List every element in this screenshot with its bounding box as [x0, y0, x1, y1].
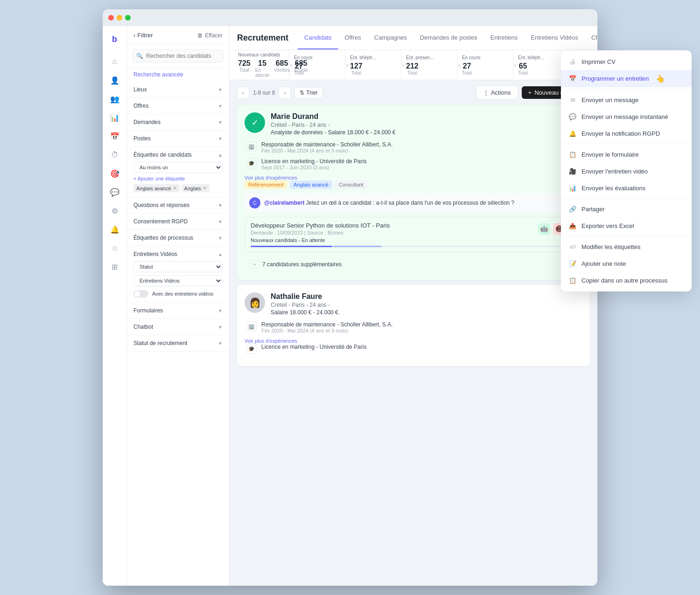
stat-arrow-icon: ›	[514, 62, 516, 69]
tab-demandes-de-postes[interactable]: Demandes de postes	[413, 27, 484, 49]
chatbot-icon[interactable]: 🤖	[538, 223, 550, 235]
chart-icon[interactable]: 📊	[106, 109, 123, 126]
topnav: Recrutement Candidats Offres Campagnes D…	[230, 26, 597, 50]
remove-tag-icon[interactable]: ✕	[173, 185, 177, 191]
dropdown-item-envoyer-message[interactable]: ✉ Envoyer un message	[561, 91, 597, 108]
dropdown-item-envoyer-evaluations[interactable]: 📊 Envoyer les évaluations	[561, 180, 597, 196]
app-progress	[251, 246, 576, 247]
filter-section-chatbot: Chatbot ▼	[127, 319, 229, 335]
filter-section-demandes-header[interactable]: Demandes ▼	[133, 119, 223, 125]
target-icon[interactable]: 🎯	[106, 165, 123, 182]
filter-section-questions-header[interactable]: Questions et réponses ▼	[133, 202, 223, 208]
tag-anglais-avance: Anglais avancé	[290, 180, 332, 189]
dropdown-item-exporter-excel[interactable]: 📤 Exporter vers Excel	[561, 217, 597, 234]
dropdown-divider	[561, 89, 597, 90]
app-window: b ⌂ 👤 👥 📊 📅 ⏱ 🎯 💬 ⚙ 🔔 ☆ ⊞ ‹ Filtrer 🗑	[103, 9, 597, 586]
see-more-experiences[interactable]: Voir plus d'expériences	[245, 175, 582, 180]
clear-filter-button[interactable]: 🗑 Effacer	[197, 32, 223, 39]
remove-tag-icon[interactable]: ✕	[203, 185, 207, 191]
filter-section-lieux-header[interactable]: Lieux ▼	[133, 86, 223, 93]
dropdown-item-envoyer-formulaire[interactable]: 📋 Envoyer le formulaire	[561, 146, 597, 163]
advanced-search-link[interactable]: Recherche avancée	[127, 68, 229, 82]
dropdown-item-ajouter-note[interactable]: 📝 Ajouter une note	[561, 255, 597, 272]
entretiens-videos-select[interactable]: Entretiens Vidéos	[133, 275, 223, 286]
minimize-dot[interactable]	[117, 15, 122, 21]
filter-section-chatbot-header[interactable]: Chatbot ▼	[133, 324, 223, 330]
candidate-meta: Créteil - Paris - 24 ans -	[271, 302, 582, 308]
bell-icon[interactable]: 🔔	[106, 221, 123, 238]
dropdown-item-imprimer-cv[interactable]: 🖨 Imprimer CV	[561, 53, 597, 70]
app-header: Développeur Senior Python de solutions I…	[251, 222, 576, 235]
dropdown-item-partager[interactable]: 🔗 Partager	[561, 201, 597, 217]
app-title: Développeur Senior Python de solutions I…	[251, 222, 390, 229]
filter-section-formulaires-header[interactable]: Formulaires ▼	[133, 307, 223, 314]
tag-anglais: Anglais ✕	[182, 184, 210, 192]
tab-chatbots[interactable]: Chatbots	[585, 27, 597, 49]
calendar-icon[interactable]: 📅	[106, 128, 123, 145]
candidate-info: Nathalie Faure Créteil - Paris - 24 ans …	[271, 292, 582, 316]
stat-en-cours-2[interactable]: En cours 27 Total ›	[457, 51, 513, 79]
see-more-experiences[interactable]: Voir plus d'expériences	[245, 338, 582, 344]
etiquettes-select[interactable]: Au moins un	[133, 162, 223, 173]
filter-section-postes-header[interactable]: Postes ▼	[133, 135, 223, 142]
sort-button[interactable]: ⇅ Trier	[294, 87, 322, 98]
filter-section-rgpd-header[interactable]: Consentement RGPD ▼	[133, 218, 223, 225]
tab-entretiens-videos[interactable]: Entretiens Vidéos	[524, 27, 585, 49]
filter-section-etiquettes-processus-header[interactable]: Étiquettes de processus ▼	[133, 235, 223, 241]
stat-en-cours-1[interactable]: En cours 27 Total ›	[289, 51, 345, 79]
video-toggle[interactable]	[133, 290, 148, 298]
tab-campagnes[interactable]: Campagnes	[368, 27, 413, 49]
stat-arrow-icon: ›	[402, 62, 404, 69]
filter-section-entretiens-videos-header[interactable]: Entretiens Vidéos ▲	[133, 251, 223, 257]
prev-page-button[interactable]: ‹	[237, 87, 249, 99]
chevron-down-icon: ▼	[218, 104, 223, 109]
add-tag-button[interactable]: + Ajouter une étiquette	[133, 176, 223, 181]
dropdown-item-envoyer-rgpd[interactable]: 🔔 Envoyer la notification RGPD	[561, 125, 597, 142]
user-icon[interactable]: 👤	[106, 72, 123, 89]
statut-select[interactable]: Statut	[133, 261, 223, 272]
search-input[interactable]	[133, 49, 224, 62]
tab-entretiens[interactable]: Entretiens	[484, 27, 525, 49]
users-icon[interactable]: 👥	[106, 90, 123, 107]
chat-icon[interactable]: 💬	[106, 184, 123, 201]
experience-item-work: 🏢 Responsable de maintenance - Scholler …	[245, 141, 582, 153]
video-toggle-row: Avec des entretiens vidéos	[133, 290, 223, 298]
home-icon[interactable]: ⌂	[106, 53, 123, 70]
tab-offres[interactable]: Offres	[338, 27, 368, 49]
filter-section-statut-header[interactable]: Statut de recrutement ▼	[133, 340, 223, 346]
candidate-meta: Créteil - Paris - 24 ans -	[271, 122, 582, 128]
grid-icon[interactable]: ⊞	[106, 258, 123, 275]
maximize-dot[interactable]	[125, 15, 131, 21]
candidate-position: Salaire 18.000 € - 24.000 €.	[271, 309, 582, 316]
education-icon: 🎓	[246, 344, 257, 354]
application-card: Développeur Senior Python de solutions I…	[245, 217, 582, 252]
dropdown-item-modifier-etiquettes[interactable]: 🏷 Modifier les étiquettes	[561, 238, 597, 255]
clock-icon[interactable]: ⏱	[106, 146, 123, 163]
exp-title: Licence en marketing - Université de Par…	[261, 158, 582, 165]
dropdown-item-envoyer-message-instantane[interactable]: 💬 Envoyer un message instantané	[561, 108, 597, 125]
app-layout: b ⌂ 👤 👥 📊 📅 ⏱ 🎯 💬 ⚙ 🔔 ☆ ⊞ ‹ Filtrer 🗑	[103, 26, 597, 586]
stat-ent-pres-1[interactable]: Ent. présen... 212 Total ›	[401, 51, 457, 79]
stat-nouveaux-candidats[interactable]: Nouveaux candidats 725 Total 15 En atten…	[233, 50, 289, 80]
filter-section-etiquettes-header[interactable]: Étiquettes de candidats ▲	[133, 152, 223, 158]
dropdown-item-programmer-entretien[interactable]: 📅 Programmer un entretien 👆	[561, 70, 597, 87]
more-applications[interactable]: + 7 candidatures supplémentaires	[245, 256, 582, 273]
calendar-icon: 📅	[568, 75, 577, 83]
actions-button[interactable]: ⋮ Actions	[476, 86, 518, 99]
dropdown-item-envoyer-entretien-video[interactable]: 🎥 Envoyer l'entretien vidéo	[561, 163, 597, 180]
logo-icon[interactable]: b	[106, 31, 123, 48]
filter-title[interactable]: ‹ Filtrer	[133, 32, 153, 39]
settings-icon[interactable]: ⚙	[106, 202, 123, 219]
dropdown-item-copier-processus[interactable]: 📋 Copier dans un autre processus	[561, 272, 597, 289]
notification-icon: 🔔	[568, 129, 577, 138]
filter-section-formulaires: Formulaires ▼	[127, 303, 229, 319]
tab-candidats[interactable]: Candidats	[298, 27, 338, 49]
print-icon: 🖨	[568, 57, 577, 66]
form-icon: 📋	[568, 150, 577, 159]
sidebar-icons: b ⌂ 👤 👥 📊 📅 ⏱ 🎯 💬 ⚙ 🔔 ☆ ⊞	[103, 26, 127, 586]
stat-ent-tel-1[interactable]: Ent. téléph... 127 Total ›	[345, 51, 401, 79]
filter-section-offres-header[interactable]: Offres ▼	[133, 103, 223, 109]
close-dot[interactable]	[108, 15, 114, 21]
next-page-button[interactable]: ›	[279, 87, 291, 99]
star-icon[interactable]: ☆	[106, 240, 123, 256]
